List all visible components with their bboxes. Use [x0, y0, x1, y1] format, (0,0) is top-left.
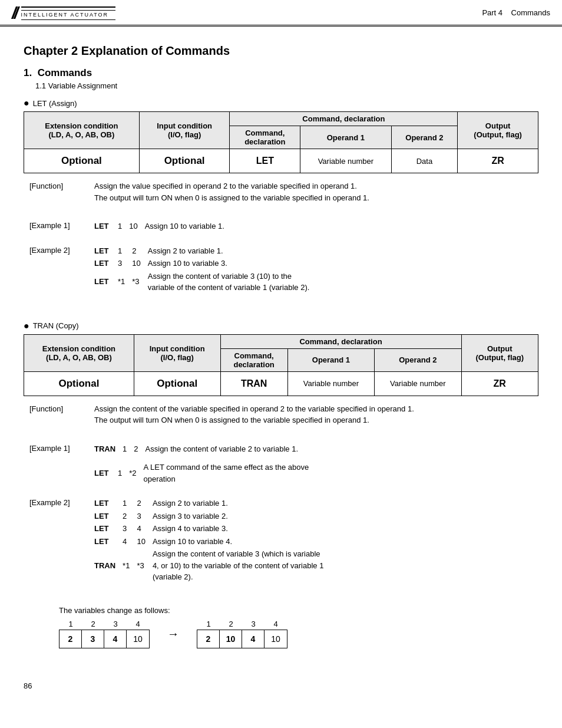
tran-example2-content: LET 1 2 Assign 2 to variable 1. LET 2 3 …: [94, 497, 538, 584]
let-output: ZR: [458, 149, 538, 173]
tran-cmd-sub: Command,declaration: [220, 348, 287, 371]
tran-table: Extension condition(LD, A, O, AB, OB) In…: [24, 334, 538, 396]
vars-after-nums: 1 2 3 4: [197, 620, 287, 628]
main-content: Chapter 2 Explanation of Commands 1. Com…: [0, 27, 562, 708]
let-optional1: Optional: [24, 149, 140, 173]
table-row: LET 1 *2 A LET command of the same effec…: [94, 461, 316, 485]
table-row: LET 3 4 Assign 4 to variable 3.: [94, 522, 330, 535]
tran-example1-content: TRAN 1 2 Assign the content of variable …: [94, 443, 538, 486]
tran-command-header: ● TRAN (Copy): [24, 321, 538, 331]
table-row: LET 3 10 Assign 10 to variable 3.: [94, 257, 316, 270]
cmd-decl-header: Command, declaration: [230, 112, 458, 126]
page-number: 86: [24, 681, 538, 690]
tran-op2-header: Operand 2: [375, 348, 461, 371]
let-command: LET: [230, 149, 300, 173]
tran-optional2: Optional: [134, 371, 220, 396]
vars-display: 1 2 3 4 2 3 4 10 → 1 2 3: [59, 620, 538, 648]
logo-icon: //: [12, 5, 16, 21]
let-optional2: Optional: [139, 149, 230, 173]
arrow-icon: →: [161, 627, 185, 641]
chapter-title: Chapter 2 Explanation of Commands: [24, 44, 538, 58]
tran-example1-block: [Example 1] TRAN 1 2 Assign the content …: [29, 443, 538, 486]
tran-function-text: Assign the content of the variable speci…: [94, 403, 538, 426]
table-row: TRAN *1 *3 Assign the content of variabl…: [94, 548, 330, 584]
vars-before-nums: 1 2 3 4: [59, 620, 149, 628]
logo-area: // INTELLIGENT ACTUATOR: [12, 5, 115, 21]
table-row: LET 2 3 Assign 3 to variable 2.: [94, 510, 330, 523]
let-table: Extension condition(LD, A, O, AB, OB) In…: [24, 111, 538, 173]
let-example2-label: [Example 2]: [29, 245, 94, 294]
part-label: Part 4 Commands: [482, 8, 550, 17]
bullet-icon-tran: ●: [24, 321, 29, 331]
let-example2-table: LET 1 2 Assign 2 to variable 1. LET 3 10…: [94, 245, 316, 294]
tran-output: ZR: [461, 371, 538, 396]
let-operand1: Variable number: [300, 149, 391, 173]
table-row: LET 1 2 Assign 2 to variable 1.: [94, 497, 330, 510]
tran-ext-cond-header: Extension condition(LD, A, O, AB, OB): [24, 334, 134, 371]
let-example1-content: LET 1 10 Assign 10 to variable 1.: [94, 220, 538, 233]
tran-example2-block: [Example 2] LET 1 2 Assign 2 to variable…: [29, 497, 538, 584]
vars-change-section: The variables change as follows: 1 2 3 4…: [59, 606, 538, 648]
subsection-title: 1.1 Variable Assignment: [35, 81, 538, 90]
let-example1-label: [Example 1]: [29, 220, 94, 233]
vars-label: The variables change as follows:: [59, 606, 538, 615]
let-function-text: Assign the value specified in operand 2 …: [94, 180, 538, 203]
let-example1-block: [Example 1] LET 1 10 Assign 10 to variab…: [29, 220, 538, 233]
let-function-block: [Function] Assign the value specified in…: [29, 180, 538, 203]
vars-before-data: 2 3 4 10: [59, 630, 150, 648]
logo-text: INTELLIGENT ACTUATOR: [21, 10, 115, 18]
let-operand2: Data: [391, 149, 458, 173]
input-cond-header: Input condition(I/O, flag): [139, 112, 230, 149]
tran-example1-let-table: LET 1 *2 A LET command of the same effec…: [94, 461, 316, 485]
tran-command: TRAN: [220, 371, 287, 396]
tran-function-block: [Function] Assign the content of the var…: [29, 403, 538, 426]
let-example2-block: [Example 2] LET 1 2 Assign 2 to variable…: [29, 245, 538, 294]
tran-example2-label: [Example 2]: [29, 497, 94, 584]
tran-operand2: Variable number: [375, 371, 461, 396]
tran-output-header: Output(Output, flag): [461, 334, 538, 371]
vars-after-data: 2 10 4 10: [197, 630, 287, 648]
table-row: LET 1 2 Assign 2 to variable 1.: [94, 245, 316, 258]
table-row: LET *1 *3 Assign the content of variable…: [94, 270, 316, 294]
page-header: // INTELLIGENT ACTUATOR Part 4 Commands: [0, 0, 562, 27]
tran-optional1: Optional: [24, 371, 134, 396]
tran-title: TRAN (Copy): [33, 321, 79, 330]
operand1-header: Operand 1: [300, 126, 391, 149]
cmd-decl-sub-header: Command,declaration: [230, 126, 300, 149]
operand2-header: Operand 2: [391, 126, 458, 149]
tran-input-cond-header: Input condition(I/O, flag): [134, 334, 220, 371]
let-example1-table: LET 1 10 Assign 10 to variable 1.: [94, 220, 232, 233]
bullet-icon: ●: [24, 98, 29, 108]
let-example2-content: LET 1 2 Assign 2 to variable 1. LET 3 10…: [94, 245, 538, 294]
tran-example2-table: LET 1 2 Assign 2 to variable 1. LET 2 3 …: [94, 497, 330, 584]
tran-op1-header: Operand 1: [287, 348, 374, 371]
let-command-header: ● LET (Assign): [24, 98, 538, 108]
tran-function-label: [Function]: [29, 403, 94, 426]
tran-operand1: Variable number: [287, 371, 374, 396]
table-row: LET 4 10 Assign 10 to variable 4.: [94, 535, 330, 548]
let-title: LET (Assign): [33, 99, 77, 108]
tran-cmd-decl-header: Command, declaration: [220, 334, 461, 348]
vars-before: 1 2 3 4 2 3 4 10: [59, 620, 150, 648]
tran-example1-table: TRAN 1 2 Assign the content of variable …: [94, 443, 305, 456]
vars-after: 1 2 3 4 2 10 4 10: [197, 620, 287, 648]
let-function-label: [Function]: [29, 180, 94, 203]
tran-example1-label: [Example 1]: [29, 443, 94, 486]
table-row: LET 1 10 Assign 10 to variable 1.: [94, 220, 232, 233]
ext-cond-header: Extension condition(LD, A, O, AB, OB): [24, 112, 140, 149]
table-row: TRAN 1 2 Assign the content of variable …: [94, 443, 305, 456]
output-header: Output(Output, flag): [458, 112, 538, 149]
section-title: 1. Commands: [24, 67, 538, 79]
